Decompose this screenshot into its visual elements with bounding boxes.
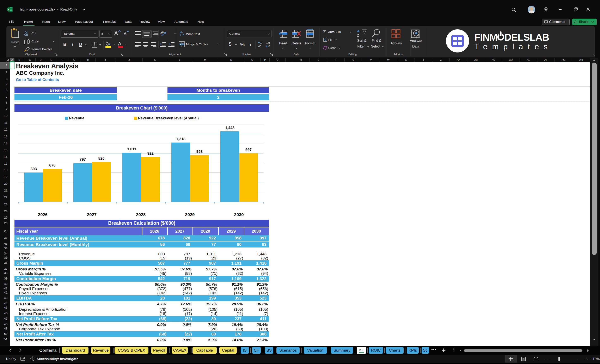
- svg-text:A: A: [357, 29, 360, 33]
- svg-text:x: x: [8, 8, 9, 11]
- svg-text:Z: Z: [357, 34, 359, 37]
- svg-text:.0: .0: [268, 45, 270, 48]
- svg-text:.00: .00: [266, 41, 270, 45]
- svg-text:.00: .00: [258, 45, 261, 48]
- svg-text:.0: .0: [260, 41, 262, 45]
- svg-text:c: c: [180, 33, 181, 36]
